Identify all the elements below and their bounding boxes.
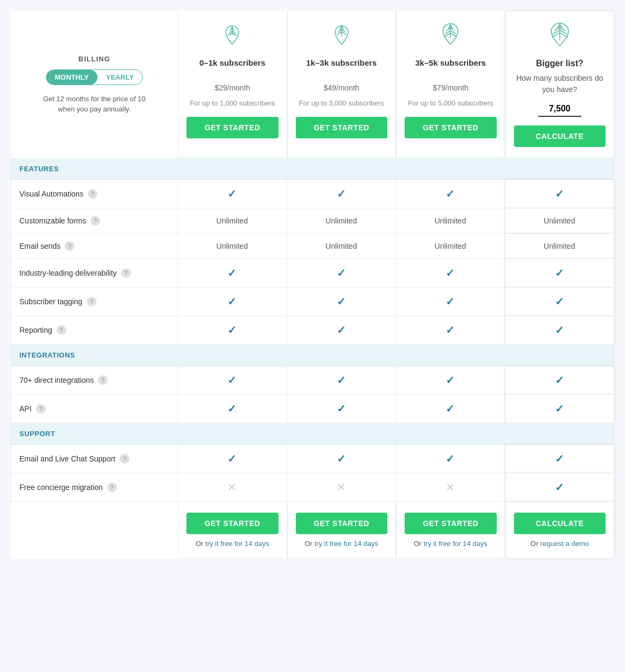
- request-demo-link[interactable]: request a demo: [540, 540, 589, 548]
- plan-5k-trial-link[interactable]: try it free for 14 days: [423, 540, 488, 548]
- deliverability-val-1: ✓: [178, 259, 287, 288]
- deliverability-val-3: ✓: [396, 259, 505, 288]
- subscriber-tagging-help-icon[interactable]: ?: [87, 297, 96, 306]
- plan-1k-footer-note: Or try it free for 14 days: [186, 540, 279, 548]
- check-icon: ✓: [555, 402, 564, 415]
- integrations-section-header: INTEGRATIONS: [11, 345, 614, 366]
- check-icon: ✓: [555, 267, 564, 279]
- integrations-val-2: ✓: [287, 366, 397, 395]
- footer-empty-cell: [11, 502, 178, 559]
- email-sends-help-icon[interactable]: ?: [65, 241, 74, 251]
- check-icon: ✓: [227, 187, 237, 200]
- check-icon: ✓: [227, 324, 237, 337]
- plan-5k-icon: [405, 22, 497, 52]
- feature-email-chat-support-label: Email and Live Chat Support: [19, 454, 115, 463]
- plan-5k-header: 3k–5k subscribers $79/month For up to 5,…: [396, 11, 505, 158]
- integrations-help-icon[interactable]: ?: [98, 375, 108, 385]
- feature-subscriber-tagging-label: Subscriber tagging: [19, 297, 82, 306]
- feature-visual-automations: Visual Automations ?: [11, 180, 178, 208]
- check-icon: ✓: [446, 267, 455, 279]
- footer-plan-3k: GET STARTED Or try it free for 14 days: [287, 502, 397, 559]
- deliverability-help-icon[interactable]: ?: [121, 268, 131, 278]
- check-icon: ✓: [337, 374, 346, 387]
- email-sends-val-1: Unlimited: [178, 234, 287, 259]
- plan-1k-desc: For up to 1,000 subscribers: [186, 99, 279, 108]
- subscriber-tagging-val-2: ✓: [287, 288, 397, 316]
- billing-column: BILLING MONTHLY YEARLY Get 12 months for…: [11, 11, 178, 158]
- customizable-forms-help-icon[interactable]: ?: [91, 216, 100, 226]
- reporting-val-2: ✓: [287, 316, 397, 345]
- plan-3k-trial-link[interactable]: try it free for 14 days: [315, 540, 379, 548]
- feature-deliverability-label: Industry-leading deliverability: [19, 269, 117, 277]
- x-icon: ✕: [446, 481, 455, 494]
- feature-customizable-forms-label: Customizable forms: [19, 216, 86, 225]
- billing-toggle[interactable]: MONTHLY YEARLY: [46, 69, 143, 85]
- visual-automations-help-icon[interactable]: ?: [88, 189, 98, 199]
- plan-3k-footer-note: Or try it free for 14 days: [296, 540, 388, 548]
- plan-3k-cta[interactable]: GET STARTED: [296, 117, 388, 138]
- footer-plan-1k: GET STARTED Or try it free for 14 days: [178, 502, 287, 559]
- pricing-wrapper: BILLING MONTHLY YEARLY Get 12 months for…: [0, 0, 625, 570]
- check-icon: ✓: [227, 295, 237, 308]
- visual-automations-val-2: ✓: [287, 180, 397, 208]
- check-icon: ✓: [337, 452, 346, 465]
- x-icon: ✕: [337, 481, 346, 494]
- api-val-4: ✓: [505, 395, 615, 423]
- check-icon: ✓: [555, 481, 564, 494]
- bigger-list-title: Bigger list?: [514, 59, 606, 68]
- monthly-toggle[interactable]: MONTHLY: [46, 70, 98, 85]
- bigger-footer-note: Or request a demo: [514, 540, 606, 548]
- calculate-button-bottom[interactable]: CALCULATE: [514, 513, 606, 534]
- customizable-forms-val-4: Unlimited: [505, 208, 615, 234]
- check-icon: ✓: [337, 402, 346, 415]
- check-icon: ✓: [555, 295, 564, 308]
- integrations-val-1: ✓: [178, 366, 287, 395]
- check-icon: ✓: [555, 187, 564, 200]
- integrations-val-4: ✓: [505, 366, 615, 395]
- check-icon: ✓: [446, 402, 455, 415]
- feature-reporting: Reporting ?: [11, 316, 178, 345]
- visual-automations-val-1: ✓: [178, 180, 287, 208]
- check-icon: ✓: [227, 402, 237, 415]
- check-icon: ✓: [227, 267, 237, 279]
- concierge-migration-help-icon[interactable]: ?: [107, 482, 117, 492]
- check-icon: ✓: [446, 452, 455, 465]
- api-help-icon[interactable]: ?: [36, 404, 46, 414]
- email-sends-val-2: Unlimited: [287, 234, 397, 259]
- check-icon: ✓: [446, 295, 455, 308]
- plan-1k-name: 0–1k subscribers: [186, 58, 279, 67]
- yearly-toggle[interactable]: YEARLY: [98, 70, 143, 85]
- unlimited-text: Unlimited: [544, 216, 575, 225]
- plan-3k-price: $49/month: [296, 72, 388, 94]
- plan-5k-cta[interactable]: GET STARTED: [405, 117, 497, 138]
- email-chat-support-val-1: ✓: [178, 445, 287, 473]
- reporting-val-4: ✓: [505, 316, 615, 345]
- unlimited-text: Unlimited: [217, 216, 248, 225]
- billing-note: Get 12 months for the price of 10 when y…: [43, 94, 145, 115]
- feature-concierge-migration: Free concierge migration ?: [11, 473, 178, 502]
- check-icon: ✓: [227, 452, 237, 465]
- plan-1k-trial-link[interactable]: try it free for 14 days: [205, 540, 269, 548]
- feature-concierge-migration-label: Free concierge migration: [19, 483, 103, 492]
- reporting-help-icon[interactable]: ?: [57, 325, 66, 335]
- check-icon: ✓: [446, 324, 455, 337]
- concierge-migration-val-4: ✓: [505, 473, 615, 502]
- email-chat-support-help-icon[interactable]: ?: [120, 454, 129, 464]
- api-val-3: ✓: [396, 395, 505, 423]
- deliverability-val-2: ✓: [287, 259, 397, 288]
- customizable-forms-val-2: Unlimited: [287, 208, 397, 234]
- feature-integrations-label: 70+ direct integrations: [19, 376, 94, 384]
- concierge-migration-val-2: ✕: [287, 473, 397, 502]
- feature-email-sends-label: Email sends: [19, 242, 60, 250]
- plan-5k-price: $79/month: [405, 72, 497, 94]
- plan-1k-footer-cta[interactable]: GET STARTED: [186, 513, 279, 534]
- plan-5k-footer-cta[interactable]: GET STARTED: [405, 513, 497, 534]
- footer-bigger: CALCULATE Or request a demo: [505, 502, 615, 559]
- subscriber-count-input[interactable]: [538, 102, 581, 117]
- plan-1k-cta[interactable]: GET STARTED: [186, 117, 279, 138]
- email-chat-support-val-4: ✓: [505, 445, 615, 473]
- plan-3k-footer-cta[interactable]: GET STARTED: [296, 513, 388, 534]
- visual-automations-val-3: ✓: [396, 180, 505, 208]
- plan-3k-name: 1k–3k subscribers: [296, 58, 388, 67]
- calculate-button-top[interactable]: CALCULATE: [514, 125, 606, 147]
